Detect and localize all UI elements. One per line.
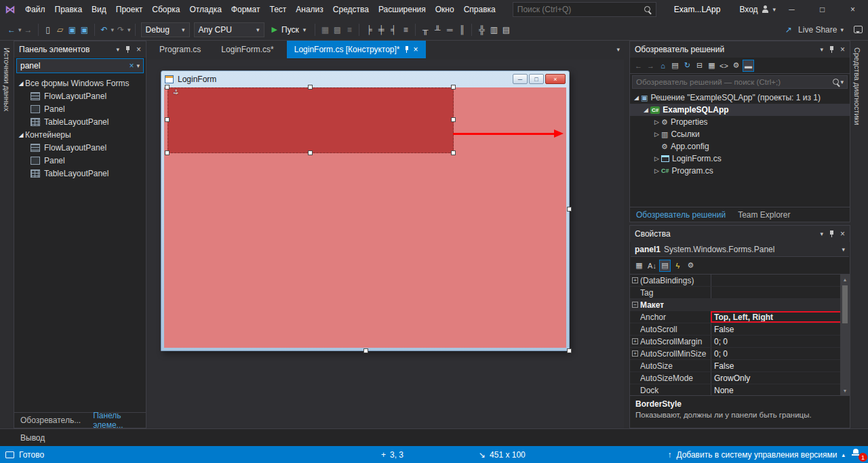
menu-view[interactable]: Вид: [87, 0, 111, 19]
feedback-icon[interactable]: [854, 26, 863, 33]
selection-handle[interactable]: [165, 85, 170, 89]
chevron-down-icon[interactable]: ▾: [136, 62, 140, 69]
hot-reload-icon[interactable]: ▦: [319, 22, 331, 37]
alphabetical-icon[interactable]: A↓: [646, 260, 658, 272]
menu-test[interactable]: Тест: [264, 0, 291, 19]
close-icon[interactable]: ×: [414, 45, 418, 54]
anchor-value-highlighted[interactable]: Top, Left, Right: [711, 311, 850, 323]
back-icon[interactable]: ←: [633, 60, 644, 72]
tree-item-program[interactable]: ▷ C# Program.cs: [630, 165, 850, 177]
property-row[interactable]: + AutoScrollMinSize 0; 0: [630, 348, 850, 360]
collapse-icon[interactable]: −: [632, 302, 638, 308]
save-all-icon[interactable]: ▣: [79, 22, 91, 37]
make-same-height-icon[interactable]: ╨: [431, 22, 443, 37]
chevron-down-icon[interactable]: ▾: [116, 46, 119, 53]
object-selector-dropdown[interactable]: panel1 System.Windows.Forms.Panel ▾: [631, 242, 849, 257]
maximize-button[interactable]: □: [807, 0, 837, 19]
menu-file[interactable]: Файл: [20, 0, 50, 19]
expander-open-icon[interactable]: ◢: [633, 94, 640, 101]
redo-icon[interactable]: ↷: [115, 22, 127, 37]
home-icon[interactable]: ⌂: [657, 60, 669, 72]
scroll-up-icon[interactable]: ▴: [840, 275, 850, 284]
selection-handle[interactable]: [165, 117, 170, 122]
output-panel[interactable]: Вывод: [0, 428, 868, 446]
tab-solution-explorer[interactable]: Обозреватель решений: [630, 207, 732, 222]
scrollbar-thumb[interactable]: [842, 285, 848, 323]
solution-search-input[interactable]: [636, 78, 833, 86]
property-row[interactable]: AutoSize False: [630, 360, 850, 372]
pin-icon[interactable]: [404, 46, 410, 54]
make-same-width-icon[interactable]: ╥: [419, 22, 431, 37]
tree-item-solution[interactable]: ◢ ▣ Решение "ExampleSQLApp" (проекты: 1 …: [630, 92, 850, 104]
document-list-chevron-icon[interactable]: ▾: [616, 46, 620, 53]
property-category-row[interactable]: − Макет: [630, 299, 850, 311]
menu-build[interactable]: Сборка: [147, 0, 184, 19]
platform-dropdown[interactable]: Any CPU ▾: [194, 22, 264, 37]
chevron-down-icon[interactable]: ▾: [18, 26, 22, 33]
tab-loginform-designer[interactable]: LoginForm.cs [Конструктор]* ×: [287, 41, 426, 58]
menu-edit[interactable]: Правка: [50, 0, 87, 19]
view-code-icon[interactable]: <>: [718, 60, 730, 72]
selection-handle[interactable]: [451, 150, 456, 155]
tree-item-project[interactable]: ◢ C# ExampleSQLApp: [630, 104, 850, 116]
designer-form[interactable]: LoginForm ─ □ × ↔ ↕: [161, 71, 570, 351]
property-value[interactable]: [711, 287, 850, 298]
form-resize-handle[interactable]: [567, 348, 572, 353]
menu-help[interactable]: Справка: [459, 0, 500, 19]
expand-icon[interactable]: +: [632, 338, 638, 344]
selection-handle[interactable]: [308, 150, 313, 155]
data-sources-tab[interactable]: Источники данных: [0, 41, 14, 428]
tree-item-loginform[interactable]: ▷ LoginForm.cs: [630, 153, 850, 165]
pin-icon[interactable]: [829, 230, 835, 238]
quick-search[interactable]: [513, 2, 656, 17]
collapse-all-icon[interactable]: ⊟: [694, 60, 705, 72]
form-client-area[interactable]: ↔ ↕: [164, 87, 566, 348]
property-row[interactable]: + (DataBindings): [630, 275, 850, 287]
toolbox-item[interactable]: TableLayoutPanel: [14, 115, 146, 128]
diagnostic-tools-tab[interactable]: Средства диагностики: [850, 41, 868, 428]
minimize-button[interactable]: ─: [776, 0, 807, 19]
chevron-down-icon[interactable]: ▾: [111, 26, 115, 33]
pin-icon[interactable]: [125, 45, 131, 54]
selection-handle[interactable]: [165, 150, 170, 155]
menu-extensions[interactable]: Расширения: [374, 0, 431, 19]
close-icon[interactable]: ×: [840, 45, 845, 54]
send-to-back-icon[interactable]: ▤: [500, 22, 512, 37]
save-icon[interactable]: ▣: [66, 22, 79, 37]
tree-item-properties[interactable]: ▷ ⚙ Properties: [630, 116, 850, 128]
toolbox-item[interactable]: FlowLayoutPanel: [14, 89, 146, 102]
tree-item-appconfig[interactable]: ⚙ App.config: [630, 140, 850, 153]
categorized-icon[interactable]: ▦: [633, 260, 645, 272]
toolbox-search[interactable]: × ▾: [16, 58, 144, 73]
selection-handle[interactable]: [451, 85, 456, 89]
property-value[interactable]: False: [711, 360, 850, 371]
forward-icon[interactable]: →: [645, 60, 656, 72]
menu-tools[interactable]: Средства: [328, 0, 374, 19]
selection-handle[interactable]: [308, 85, 313, 89]
align-centers-icon[interactable]: ╪: [375, 22, 387, 37]
align-middles-icon[interactable]: ≡: [399, 22, 412, 37]
property-row[interactable]: + AutoScrollMargin 0; 0: [630, 336, 850, 348]
notifications-button[interactable]: 1: [852, 449, 864, 461]
property-row[interactable]: AutoSizeMode GrowOnly: [630, 372, 850, 384]
property-row[interactable]: AutoScroll False: [630, 323, 850, 336]
toolbox-search-input[interactable]: [20, 61, 126, 71]
close-icon[interactable]: ×: [840, 229, 845, 239]
expander-closed-icon[interactable]: ▷: [653, 167, 660, 174]
chevron-down-icon[interactable]: ▾: [840, 79, 844, 85]
properties-view-icon[interactable]: ▤: [659, 260, 671, 272]
live-share-button[interactable]: ↗ Live Share ▾: [783, 22, 863, 37]
events-icon[interactable]: ϟ: [672, 260, 684, 272]
tab-toolbox[interactable]: Панель элеме...: [87, 413, 146, 428]
tree-item-references[interactable]: ▷ ▥ Ссылки: [630, 128, 850, 140]
expander-open-icon[interactable]: ◢: [17, 132, 25, 138]
close-icon[interactable]: ×: [136, 45, 141, 54]
expander-open-icon[interactable]: ◢: [642, 106, 650, 113]
property-value[interactable]: 0; 0: [711, 336, 850, 347]
selection-handle[interactable]: [451, 117, 456, 122]
undo-icon[interactable]: ↶: [98, 22, 111, 37]
toolbox-group[interactable]: ◢ Контейнеры: [14, 128, 146, 141]
expander-closed-icon[interactable]: ▷: [653, 155, 660, 162]
expander-closed-icon[interactable]: ▷: [653, 119, 660, 125]
menu-window[interactable]: Окно: [431, 0, 459, 19]
